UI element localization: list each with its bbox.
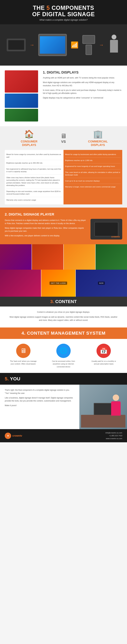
comparison-section: 🏠 CONSUMERDISPLAYS 🖥 VS 🏢 COMMERCIALDISP…: [0, 126, 127, 208]
hero-screen-inner: [40, 36, 65, 54]
cms-text-3: Usually paid for on a monthly or annual …: [90, 360, 118, 366]
person-at-desk: [111, 394, 121, 416]
commercial-row-2: Brightness reaches up to 1,000 nits: [65, 158, 121, 164]
section5-para2: Like a business, digital signage doesn't…: [5, 396, 74, 402]
hero-media-player: [7, 38, 26, 51]
hero-arrow-2: →: [99, 42, 104, 48]
title-prefix: THE: [33, 4, 46, 11]
section3-title-text: CONTENT: [55, 299, 77, 304]
player-para1: Device that connects to a digital displa…: [5, 219, 87, 225]
cms-block-2: 🌐 Can be accessed online, from anywhere …: [49, 344, 78, 368]
title-suffix: COMPONENTS: [50, 4, 94, 11]
desk-surface: [81, 415, 126, 428]
footer-email: info@crowntv-us.com: [106, 432, 122, 434]
cms-block-1: 🖥 The 'back end' where you manage your c…: [9, 344, 38, 366]
section3-number: 3.: [50, 299, 54, 304]
display-image-1: [5, 70, 38, 92]
section-player: 2. DIGITAL SIGNAGE PLAYER Device that co…: [0, 208, 127, 244]
cms-icon-3: 📅: [96, 344, 111, 358]
cms-text-2: Can be accessed online, from anywhere us…: [49, 360, 78, 368]
section2-title-text: DIGITAL SIGNAGE PLAYER: [8, 212, 54, 216]
player-images: [0, 244, 127, 270]
desk-scene: [81, 386, 126, 428]
vs-center: 🖥 VS: [60, 132, 67, 144]
player-img-3: [64, 244, 95, 270]
section3-para2: Most digital signage solutions support i…: [10, 316, 118, 322]
section1-para2: Most digital signage solutions are compa…: [43, 81, 122, 87]
person-desk-torso: [111, 401, 121, 416]
section2-number: 2.: [5, 212, 8, 216]
section3-body: Content is whatever you show on your dig…: [0, 306, 127, 327]
section1-flex: 1. DIGITAL DISPLAYS Anything with an HDM…: [5, 70, 122, 122]
section4-title: 4. CONTENT MANAGEMENT SYSTEM: [5, 331, 122, 336]
header: THE 5 COMPONENTS OF DIGITAL SIGNAGE What…: [0, 0, 127, 24]
section3-title: 3. CONTENT: [5, 299, 122, 304]
section5-title: 5. YOU: [5, 376, 122, 382]
person-head: [112, 34, 116, 40]
player-img-4: [96, 244, 127, 270]
commercial-row-1: Meant for usage by businesses and other …: [65, 152, 121, 158]
commercial-col: Meant for usage by businesses and other …: [64, 150, 122, 204]
player-box: [94, 222, 118, 236]
calendar-icon: 📅: [100, 347, 108, 354]
vs-text: VS: [60, 140, 67, 144]
section5-para3: Make it yours!: [5, 404, 74, 407]
comparison-header: 🏠 CONSUMERDISPLAYS 🖥 VS 🏢 COMMERCIALDISP…: [5, 130, 122, 147]
home-icon: 🏠: [12, 130, 46, 139]
section3-para1: Content is whatever you show on your dig…: [10, 310, 118, 314]
player-device-image: crowntv: [90, 219, 122, 240]
consumer-row-2: Brightness typically reaches up to 300-3…: [6, 160, 62, 166]
hero-device-box: [8, 40, 24, 50]
section3-header: 3. CONTENT: [0, 297, 127, 306]
footer-website: www.crowntv-us.com: [106, 437, 122, 440]
section1-number: 1.: [43, 70, 46, 74]
content-img-2-label: GET THE LOOK: [50, 282, 67, 285]
section1-content: 1. DIGITAL DISPLAYS Anything with an HDM…: [43, 70, 122, 101]
globe-icon: 🌐: [60, 347, 68, 354]
footer-brand: crowntv: [12, 434, 22, 437]
content-img-3: NOR: [76, 270, 127, 297]
footer-logo: ♛ crowntv: [5, 432, 22, 439]
commercial-side: 🏢 COMMERCIALDISPLAYS: [80, 130, 116, 147]
footer-logo-icon: ♛: [5, 432, 11, 439]
consumer-row-6: Warranty only covers consumer usage: [6, 197, 62, 203]
section5: 5. YOU That's right: the final component…: [0, 373, 127, 429]
content-img-2: GET THE LOOK: [41, 270, 76, 297]
hero-screen: [38, 34, 67, 56]
brand-accent: tv: [20, 434, 22, 437]
footer-phone: +1.855.323.7419: [106, 434, 122, 437]
player-text: Device that connects to a digital displa…: [5, 219, 87, 239]
comparison-table: Meant for home usage by consumers, but o…: [5, 150, 122, 204]
person-body: [110, 40, 118, 52]
monitor-icon-2: 🖥: [20, 347, 26, 354]
cms-block-3: 📅 Usually paid for on a monthly or annua…: [90, 344, 118, 366]
cms-icon-1: 🖥: [16, 344, 30, 358]
section1-para3: In most cases, it'll be up to you to sel…: [43, 89, 122, 95]
hero-wifi: 📶: [71, 41, 78, 49]
display-image-3: [5, 109, 38, 122]
hero-arrow-1: →: [30, 42, 34, 48]
consumer-row-5: Depending on size and resolution, costs …: [6, 188, 62, 197]
cms-text-1: The 'back end' where you manage your con…: [9, 360, 38, 366]
crown-icon: ♛: [7, 435, 9, 437]
phone-device: [86, 45, 92, 55]
hero-person: [108, 34, 120, 55]
section2-title: 2. DIGITAL SIGNAGE PLAYER: [5, 212, 122, 216]
section5-para1: That's right: the final component of a c…: [5, 388, 74, 395]
player-para3: With a few exceptions, one player delive…: [5, 234, 87, 237]
section5-content: That's right: the final component of a c…: [0, 385, 127, 429]
display-images: [5, 70, 40, 122]
commercial-row-3: Engineered for more longevity of use and…: [65, 164, 121, 170]
section4-number: 4.: [22, 331, 26, 336]
section5-image: [80, 385, 127, 429]
footer: ♛ crowntv info@crowntv-us.com +1.855.323…: [0, 429, 127, 442]
tablet-device: [82, 35, 95, 44]
section1-title: 1. DIGITAL DISPLAYS: [43, 70, 122, 74]
title-number: 5: [46, 4, 50, 11]
section5-text: That's right: the final component of a c…: [0, 385, 80, 429]
hero-area: → 📶 →: [0, 24, 127, 66]
hero-devices: [82, 35, 95, 55]
player-img-1: [0, 244, 32, 270]
monitor-icon: 🖥: [60, 132, 67, 140]
main-title: THE 5 COMPONENTS OF DIGITAL SIGNAGE: [3, 5, 124, 17]
